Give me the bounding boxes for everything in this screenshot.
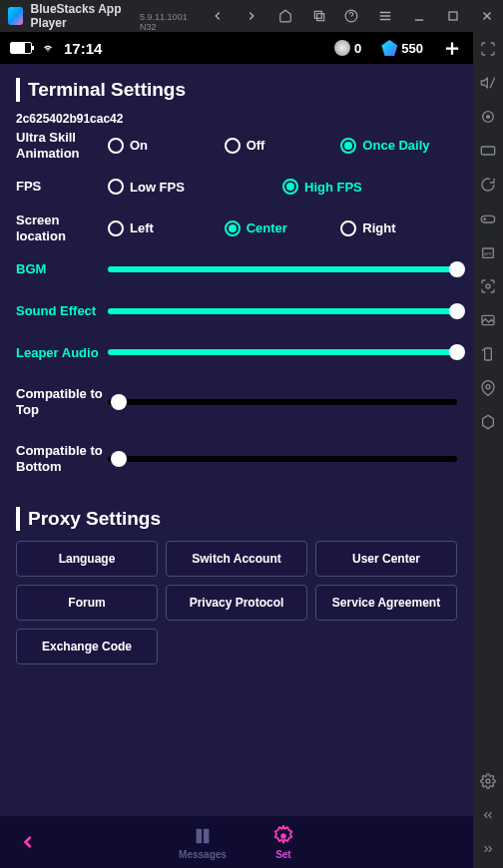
lock-cursor-icon[interactable] [479, 108, 497, 126]
fps-label: FPS [16, 179, 108, 195]
svg-rect-0 [314, 11, 321, 18]
svg-point-32 [486, 779, 490, 783]
svg-rect-1 [317, 14, 324, 21]
proxy-button-grid: LanguageSwitch AccountUser CenterForumPr… [16, 541, 457, 664]
device-id-label: 2c625402b91cac42 [16, 112, 457, 126]
compatBottom-slider-knob[interactable] [111, 451, 127, 467]
sidebar-back-icon[interactable] [479, 806, 497, 824]
gamepad-icon[interactable] [479, 210, 497, 227]
svg-line-15 [490, 78, 495, 89]
svg-point-13 [280, 833, 286, 839]
bgm-slider[interactable] [108, 266, 457, 272]
gems-display[interactable]: 550 [381, 40, 423, 56]
bluestacks-logo-icon [8, 7, 23, 25]
leaperAudio-slider-knob[interactable] [449, 344, 465, 360]
svg-rect-8 [449, 12, 457, 20]
close-icon[interactable] [479, 8, 495, 24]
wifi-icon [40, 42, 56, 54]
leaperAudio-slider[interactable] [108, 349, 457, 355]
tab-set[interactable]: Set [272, 825, 294, 860]
fps-option-high-fps[interactable]: High FPS [282, 179, 457, 195]
compatTop-slider-knob[interactable] [111, 394, 127, 410]
minimize-icon[interactable] [411, 8, 427, 24]
svg-point-17 [487, 116, 490, 119]
settings-icon[interactable] [479, 772, 497, 790]
screenLoc-option-center[interactable]: Center [225, 220, 341, 236]
compatTop-slider-row: Compatible to Top [16, 386, 457, 417]
bgm-slider-row: BGM [16, 261, 457, 277]
bgm-label: BGM [16, 261, 108, 277]
battery-icon [10, 42, 32, 54]
apk-icon[interactable]: APK [479, 243, 497, 261]
proxy-privacy-protocol-button[interactable]: Privacy Protocol [166, 585, 307, 621]
soundEffect-slider-knob[interactable] [449, 303, 465, 319]
recents-icon[interactable] [311, 8, 327, 24]
titlebar: BlueStacks App Player 5.9.11.1001 N32 [0, 0, 503, 32]
ultraSkill-option-off[interactable]: Off [225, 138, 341, 154]
app-title: BlueStacks App Player [31, 2, 137, 30]
gem-icon [381, 40, 397, 56]
game-viewport: 17:14 0 550 ＋ Terminal Settings 2c625402… [0, 32, 473, 868]
svg-rect-30 [485, 348, 492, 360]
ultraSkill-option-once-daily[interactable]: Once Daily [340, 138, 457, 154]
svg-point-31 [486, 385, 490, 389]
screenshot-icon[interactable] [479, 277, 497, 295]
svg-point-28 [486, 284, 490, 288]
location-icon[interactable] [479, 379, 497, 397]
terminal-settings-header: Terminal Settings [0, 64, 473, 112]
proxy-settings-header: Proxy Settings [16, 501, 457, 541]
soundEffect-slider-row: Sound Effect [16, 303, 457, 319]
forward-icon[interactable] [244, 8, 259, 24]
compatBottom-slider-row: Compatible to Bottom [16, 443, 457, 474]
bgm-slider-knob[interactable] [449, 261, 465, 277]
gems-value: 550 [401, 41, 423, 56]
proxy-switch-account-button[interactable]: Switch Account [166, 541, 307, 577]
proxy-language-button[interactable]: Language [16, 541, 158, 577]
shake-icon[interactable] [479, 413, 497, 431]
ultraSkill-setting-row: Ultra Skill AnimationOnOffOnce Daily [16, 130, 457, 161]
keyboard-icon[interactable] [479, 142, 497, 160]
soundEffect-slider[interactable] [108, 308, 457, 314]
soundEffect-label: Sound Effect [16, 303, 108, 319]
back-button[interactable] [0, 832, 56, 852]
compatTop-slider[interactable] [108, 399, 457, 405]
help-icon[interactable] [343, 8, 359, 24]
svg-rect-11 [197, 828, 203, 843]
bottom-nav: Messages Set [0, 816, 473, 868]
coin-icon [334, 40, 350, 56]
proxy-user-center-button[interactable]: User Center [315, 541, 457, 577]
volume-icon[interactable] [479, 74, 497, 92]
compatTop-label: Compatible to Top [16, 386, 108, 417]
trim-memory-icon[interactable] [479, 176, 497, 194]
coins-display[interactable]: 0 [334, 40, 361, 56]
svg-rect-12 [204, 828, 210, 843]
proxy-forum-button[interactable]: Forum [16, 585, 158, 621]
leaperAudio-slider-row: Leaper Audio [16, 345, 457, 361]
proxy-exchange-code-button[interactable]: Exchange Code [16, 629, 158, 664]
rotate-icon[interactable] [479, 345, 497, 363]
app-window: BlueStacks App Player 5.9.11.1001 N32 17… [0, 0, 503, 868]
version-label: 5.9.11.1001 N32 [140, 12, 194, 32]
menu-icon[interactable] [377, 8, 393, 24]
screenLoc-option-left[interactable]: Left [108, 220, 225, 236]
settings-content: 2c625402b91cac42 Ultra Skill AnimationOn… [0, 112, 473, 816]
fullscreen-icon[interactable] [479, 40, 497, 58]
ultraSkill-option-on[interactable]: On [108, 138, 225, 154]
fps-setting-row: FPSLow FPSHigh FPS [16, 179, 457, 195]
add-currency-button[interactable]: ＋ [441, 33, 463, 63]
svg-rect-18 [481, 147, 494, 155]
screenLoc-option-right[interactable]: Right [340, 220, 457, 236]
maximize-icon[interactable] [445, 8, 461, 24]
screenLoc-setting-row: Screen locationLeftCenterRight [16, 213, 457, 243]
tab-messages[interactable]: Messages [179, 825, 227, 860]
compatBottom-label: Compatible to Bottom [16, 443, 108, 474]
bluestacks-sidebar: APK [473, 32, 503, 868]
fps-option-low-fps[interactable]: Low FPS [108, 179, 282, 195]
proxy-service-agreement-button[interactable]: Service Agreement [315, 585, 457, 621]
compatBottom-slider[interactable] [108, 456, 457, 462]
sidebar-expand-icon[interactable] [479, 840, 497, 858]
svg-text:APK: APK [484, 251, 492, 256]
back-icon[interactable] [210, 8, 226, 24]
home-icon[interactable] [277, 8, 293, 24]
media-folder-icon[interactable] [479, 311, 497, 329]
